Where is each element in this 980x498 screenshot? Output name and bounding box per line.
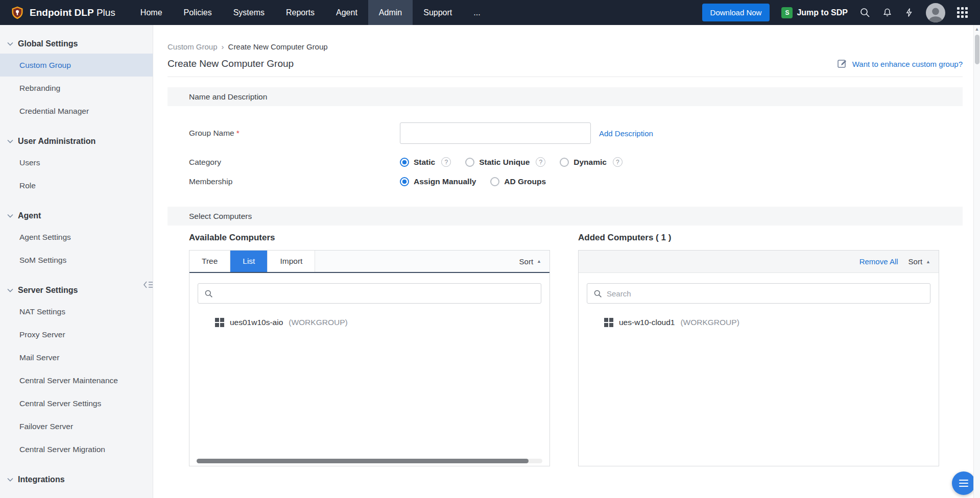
nav-policies[interactable]: Policies [173, 0, 223, 25]
sidebar-item-som-settings[interactable]: SoM Settings [0, 248, 153, 271]
available-sort-button[interactable]: Sort ▲ [519, 251, 549, 272]
sidebar-section-agent: Agent Agent Settings SoM Settings [0, 206, 153, 271]
radio-selected-icon[interactable] [400, 177, 409, 186]
nav-systems[interactable]: Systems [223, 0, 275, 25]
membership-ad-groups-label: AD Groups [504, 177, 546, 186]
help-static-icon[interactable]: ? [441, 157, 451, 167]
category-radio-dynamic[interactable]: Dynamic [560, 158, 607, 167]
section-select-computers: Select Computers [168, 207, 963, 226]
pencil-edit-icon [838, 59, 848, 69]
nav-more[interactable]: ... [463, 0, 491, 25]
sidebar-item-central-server-migration[interactable]: Central Server Migration [0, 438, 153, 461]
jump-to-sdp-label: Jump to SDP [797, 8, 848, 17]
scrollbar-thumb[interactable] [197, 459, 529, 463]
apps-grid-icon[interactable] [957, 7, 968, 18]
group-name-input[interactable] [400, 122, 591, 144]
add-description-link[interactable]: Add Description [599, 129, 653, 138]
chevron-down-icon [7, 288, 13, 292]
tab-import[interactable]: Import [268, 251, 315, 272]
section-name-and-description-title: Name and Description [189, 92, 267, 102]
radio-unselected-icon[interactable] [465, 158, 474, 167]
sidebar-item-mail-server[interactable]: Mail Server [0, 346, 153, 369]
sidebar-section-integrations: Integrations [0, 470, 153, 489]
sidebar-item-users[interactable]: Users [0, 151, 153, 174]
section-select-computers-title: Select Computers [189, 212, 252, 221]
radio-unselected-icon[interactable] [560, 158, 569, 167]
sidebar-collapse-icon[interactable] [143, 280, 153, 289]
category-label: Category [189, 158, 400, 167]
sidebar-section-user-administration-header[interactable]: User Administration [0, 132, 153, 151]
sidebar-section-agent-header[interactable]: Agent [0, 206, 153, 226]
radio-selected-icon[interactable] [400, 158, 409, 167]
search-icon [204, 289, 213, 298]
added-search-input[interactable] [607, 289, 924, 298]
sort-caret-icon: ▲ [537, 259, 541, 264]
computer-name: ues-w10-cloud1 [619, 318, 675, 327]
quick-actions-bolt-icon[interactable] [904, 7, 914, 18]
search-icon[interactable] [859, 7, 870, 18]
chevron-down-icon [7, 42, 13, 46]
help-dynamic-icon[interactable]: ? [613, 157, 623, 167]
computer-workgroup: (WORKGROUP) [680, 318, 739, 327]
top-nav: Home Policies Systems Reports Agent Admi… [130, 0, 491, 25]
user-avatar[interactable] [926, 3, 945, 22]
download-now-button[interactable]: Download Now [702, 4, 770, 21]
radio-unselected-icon[interactable] [490, 177, 499, 186]
section-name-and-description: Name and Description [168, 87, 963, 106]
sidebar-section-global-settings-header[interactable]: Global Settings [0, 34, 153, 54]
membership-radio-assign-manually[interactable]: Assign Manually [400, 177, 476, 186]
added-computers-count: ( 1 ) [656, 233, 671, 242]
hamburger-icon [959, 480, 968, 481]
nav-support[interactable]: Support [413, 0, 463, 25]
available-tabs: Tree List Import Sort ▲ [189, 251, 549, 273]
floating-menu-button[interactable] [952, 471, 975, 495]
breadcrumb-separator: › [222, 42, 224, 51]
available-horizontal-scrollbar[interactable] [197, 459, 542, 463]
added-computers-header: Remove All Sort ▲ [579, 251, 939, 273]
added-search-box [587, 283, 930, 304]
notifications-bell-icon[interactable] [882, 7, 893, 18]
available-search-input[interactable] [218, 289, 535, 298]
sidebar-section-server-settings-header[interactable]: Server Settings [0, 281, 153, 300]
topbar-right: Download Now S Jump to SDP [702, 0, 980, 25]
nav-admin[interactable]: Admin [368, 0, 413, 25]
tab-tree[interactable]: Tree [189, 251, 230, 272]
added-sort-button[interactable]: Sort ▲ [909, 257, 930, 266]
sidebar: Global Settings Custom Group Rebranding … [0, 25, 153, 498]
jump-to-sdp-button[interactable]: S Jump to SDP [781, 7, 848, 18]
sidebar-section-integrations-header[interactable]: Integrations [0, 470, 153, 489]
sidebar-item-central-server-settings[interactable]: Central Server Settings [0, 392, 153, 415]
nav-home[interactable]: Home [130, 0, 173, 25]
page-scrollbar[interactable]: ▲ [973, 25, 980, 498]
help-static-unique-icon[interactable]: ? [536, 157, 545, 167]
sidebar-item-nat-settings[interactable]: NAT Settings [0, 300, 153, 323]
sidebar-item-rebranding[interactable]: Rebranding [0, 77, 153, 99]
added-computer-row[interactable]: ues-w10-cloud1 (WORKGROUP) [604, 318, 939, 327]
enhance-custom-group-link[interactable]: Want to enhance custom group? [838, 59, 963, 69]
sidebar-item-credential-manager[interactable]: Credential Manager [0, 99, 153, 122]
membership-radio-ad-groups[interactable]: AD Groups [490, 177, 546, 186]
search-icon [593, 289, 602, 298]
sidebar-section-server-settings: Server Settings NAT Settings Proxy Serve… [0, 281, 153, 461]
sidebar-item-central-server-maintenance[interactable]: Central Server Maintenance [0, 369, 153, 392]
breadcrumb-parent[interactable]: Custom Group [168, 42, 218, 51]
sidebar-item-custom-group[interactable]: Custom Group [0, 54, 153, 77]
breadcrumb-current: Create New Computer Group [228, 42, 328, 51]
tab-list[interactable]: List [230, 251, 268, 272]
available-computer-row[interactable]: ues01w10s-aio (WORKGROUP) [215, 318, 549, 327]
sidebar-item-failover-server[interactable]: Failover Server [0, 415, 153, 438]
sidebar-item-role[interactable]: Role [0, 174, 153, 197]
main-content: Custom Group › Create New Computer Group… [153, 25, 980, 498]
category-radio-static[interactable]: Static [400, 158, 435, 167]
brand[interactable]: Endpoint DLP Plus [0, 0, 130, 25]
category-static-label: Static [414, 158, 435, 167]
nav-reports[interactable]: Reports [275, 0, 325, 25]
sidebar-item-agent-settings[interactable]: Agent Settings [0, 226, 153, 248]
remove-all-link[interactable]: Remove All [859, 257, 898, 266]
scrollbar-thumb[interactable] [975, 35, 979, 64]
sidebar-section-title: Server Settings [18, 286, 78, 295]
nav-agent[interactable]: Agent [325, 0, 368, 25]
category-radio-static-unique[interactable]: Static Unique [465, 158, 530, 167]
scroll-up-arrow-icon[interactable]: ▲ [974, 25, 980, 33]
sidebar-item-proxy-server[interactable]: Proxy Server [0, 323, 153, 346]
